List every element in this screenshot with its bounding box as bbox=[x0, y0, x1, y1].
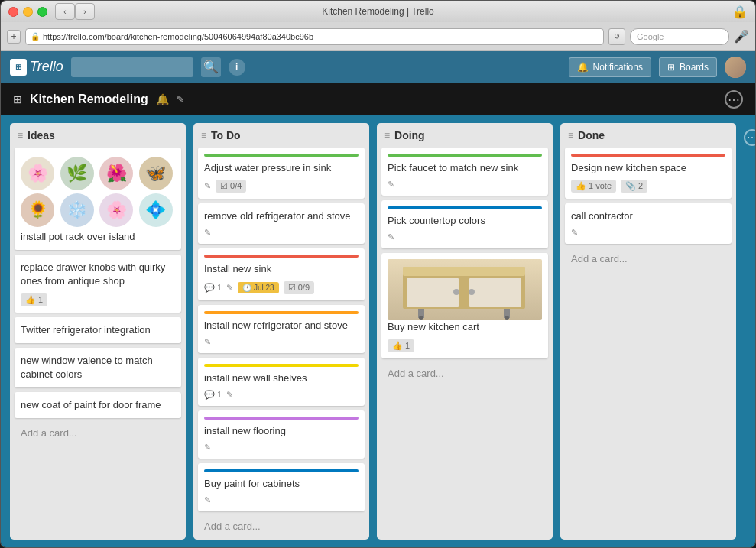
list-title-doing: Doing bbox=[394, 129, 545, 141]
add-card-doing[interactable]: Add a card... bbox=[381, 363, 548, 384]
card-install-pot-rack[interactable]: 🌸 🌿 🌺 🦋 🌻 ❄️ 🌸 💠 install pot rack over i… bbox=[15, 148, 181, 250]
list-body-todo: Adjust water pressure in sink ✎ ☑ 0/4 re… bbox=[193, 148, 369, 540]
edit-icon-pick-faucet[interactable]: ✎ bbox=[388, 180, 394, 190]
card-paint-cabinets[interactable]: Buy paint for cabinets ✎ bbox=[198, 463, 365, 511]
board-bell-icon[interactable]: 🔔 bbox=[156, 93, 169, 105]
trello-logo: ⊞ Trello bbox=[10, 59, 63, 76]
boards-button[interactable]: ⊞ Boards bbox=[659, 57, 717, 77]
card-label-water-pressure bbox=[204, 154, 359, 157]
board-icon: ⊞ bbox=[13, 93, 22, 105]
checklist-water-pressure: ☑ 0/4 bbox=[216, 180, 246, 193]
edit-icon-countertop[interactable]: ✎ bbox=[388, 232, 394, 242]
edit-icon-paint-cabinets[interactable]: ✎ bbox=[204, 495, 211, 505]
list-header-done: ≡ Done bbox=[560, 123, 736, 148]
url-bar[interactable]: 🔒 https://trello.com/board/kitchen-remod… bbox=[25, 28, 604, 45]
due-date-sink: 🕐 Jul 23 bbox=[238, 282, 278, 293]
add-card-ideas[interactable]: Add a card... bbox=[15, 423, 181, 443]
header-search-input[interactable] bbox=[71, 57, 193, 77]
add-card-done[interactable]: Add a card... bbox=[565, 248, 732, 269]
list-title-ideas: Ideas bbox=[28, 129, 178, 141]
list-done: ≡ Done Design new kitchen space 👍 1 vote… bbox=[560, 123, 736, 540]
user-avatar[interactable] bbox=[725, 57, 746, 78]
header-info-button[interactable]: i bbox=[229, 59, 245, 76]
card-install-sink[interactable]: Install new sink 💬 1 ✎ 🕐 Jul 23 ☑ 0/9 bbox=[198, 248, 365, 300]
card-wall-shelves[interactable]: install new wall shelves 💬 1 ✎ bbox=[198, 358, 365, 406]
list-body-done: Design new kitchen space 👍 1 vote 📎 2 ca… bbox=[560, 148, 736, 540]
maximize-button[interactable] bbox=[37, 7, 47, 17]
list-ideas: ≡ Ideas 🌸 🌿 🌺 🦋 🌻 ❄️ 🌸 💠 bbox=[10, 123, 186, 540]
card-meta-paint-cabinets: ✎ bbox=[204, 495, 359, 505]
svg-point-8 bbox=[419, 316, 423, 320]
card-countertop[interactable]: Pick countertop colors ✎ bbox=[381, 200, 548, 248]
edit-icon-shelves[interactable]: ✎ bbox=[226, 390, 233, 400]
lock-icon: 🔒 bbox=[732, 5, 748, 19]
scroll-indicator: ⋯ bbox=[744, 123, 755, 540]
list-header-ideas: ≡ Ideas bbox=[10, 123, 186, 148]
card-pick-faucet[interactable]: Pick faucet to match new sink ✎ bbox=[381, 148, 548, 196]
vote-badge-kitchen-cart: 👍 1 bbox=[388, 339, 414, 352]
card-design-kitchen[interactable]: Design new kitchen space 👍 1 vote 📎 2 bbox=[565, 148, 732, 199]
card-kitchen-cart[interactable]: Buy new kitchen cart 👍 1 bbox=[381, 253, 548, 358]
app-window: ‹ › Kitchen Remodeling | Trello 🔒 + 🔒 ht… bbox=[0, 0, 756, 548]
list-menu-icon-done: ≡ bbox=[568, 130, 573, 141]
board-edit-icon[interactable]: ✎ bbox=[177, 94, 184, 105]
card-window-valence[interactable]: new window valence to match cabinet colo… bbox=[15, 348, 181, 387]
card-label-install-fridge bbox=[204, 311, 359, 314]
list-header-doing: ≡ Doing bbox=[377, 123, 553, 148]
list-menu-icon-doing: ≡ bbox=[384, 130, 390, 141]
card-title-drawer-knobs: replace drawer knobs with quirky ones fr… bbox=[21, 261, 175, 288]
card-contractor[interactable]: call contractor ✎ bbox=[565, 203, 732, 244]
browser-search-bar[interactable]: Google bbox=[630, 28, 729, 45]
window-title: Kitchen Remodeling | Trello bbox=[322, 6, 434, 17]
edit-icon-sink[interactable]: ✎ bbox=[226, 283, 233, 293]
card-title-countertop: Pick countertop colors bbox=[388, 214, 542, 228]
card-meta-install-sink: 💬 1 ✎ 🕐 Jul 23 ☑ 0/9 bbox=[204, 281, 359, 294]
edit-icon-install-fridge[interactable]: ✎ bbox=[204, 337, 211, 347]
notifications-label: Notifications bbox=[593, 62, 643, 73]
edit-icon-water-pressure[interactable]: ✎ bbox=[204, 181, 211, 191]
card-paint-door[interactable]: new coat of paint for door frame bbox=[15, 392, 181, 418]
list-title-done: Done bbox=[578, 129, 728, 141]
board-menu-button[interactable]: ⋯ bbox=[725, 90, 743, 109]
microphone-icon: 🎤 bbox=[734, 29, 749, 44]
new-tab-button[interactable]: + bbox=[7, 30, 21, 44]
card-label-wall-shelves bbox=[204, 364, 359, 367]
card-title-pot-rack: install pot rack over island bbox=[21, 230, 175, 244]
card-meta-water-pressure: ✎ ☑ 0/4 bbox=[204, 180, 359, 193]
card-title-paint-door: new coat of paint for door frame bbox=[21, 398, 175, 412]
card-twitter-fridge[interactable]: Twitter refrigerator integration bbox=[15, 317, 181, 343]
list-menu-icon-todo: ≡ bbox=[201, 130, 206, 141]
forward-button[interactable]: › bbox=[75, 3, 95, 20]
card-meta-pick-faucet: ✎ bbox=[388, 180, 542, 190]
board-content: ≡ Ideas 🌸 🌿 🌺 🦋 🌻 ❄️ 🌸 💠 bbox=[1, 115, 755, 547]
edit-icon-contractor[interactable]: ✎ bbox=[571, 228, 578, 238]
card-title-kitchen-cart: Buy new kitchen cart bbox=[388, 320, 542, 334]
card-title-remove-fridge: remove old refrigerator and stove bbox=[204, 209, 359, 223]
card-title-install-fridge: install new refrigerator and stove bbox=[204, 319, 359, 332]
trello-icon: ⊞ bbox=[10, 59, 27, 76]
list-title-todo: To Do bbox=[211, 129, 362, 141]
list-body-ideas: 🌸 🌿 🌺 🦋 🌻 ❄️ 🌸 💠 install pot rack over i… bbox=[10, 148, 186, 540]
board-scroll-button[interactable]: ⋯ bbox=[744, 129, 755, 146]
card-label-install-sink bbox=[204, 255, 359, 258]
minimize-button[interactable] bbox=[23, 7, 33, 17]
back-button[interactable]: ‹ bbox=[55, 3, 75, 20]
avatar-image bbox=[725, 57, 746, 78]
card-flooring[interactable]: install new flooring ✎ bbox=[198, 410, 365, 459]
card-install-fridge[interactable]: install new refrigerator and stove ✎ bbox=[198, 305, 365, 353]
card-drawer-knobs[interactable]: replace drawer knobs with quirky ones fr… bbox=[15, 255, 181, 312]
svg-rect-3 bbox=[469, 278, 521, 307]
vote-badge-design-kitchen: 👍 1 vote bbox=[571, 180, 616, 193]
card-title-window-valence: new window valence to match cabinet colo… bbox=[21, 354, 175, 381]
card-title-twitter-fridge: Twitter refrigerator integration bbox=[21, 323, 175, 337]
card-remove-fridge[interactable]: remove old refrigerator and stove ✎ bbox=[198, 203, 365, 244]
add-card-todo[interactable]: Add a card... bbox=[198, 516, 365, 537]
refresh-button[interactable]: ↺ bbox=[608, 28, 625, 45]
list-todo: ≡ To Do Adjust water pressure in sink ✎ … bbox=[193, 123, 369, 540]
close-button[interactable] bbox=[8, 7, 18, 17]
notifications-button[interactable]: 🔔 Notifications bbox=[569, 57, 651, 77]
edit-icon-flooring[interactable]: ✎ bbox=[204, 443, 211, 452]
edit-icon-remove-fridge[interactable]: ✎ bbox=[204, 228, 211, 238]
card-water-pressure[interactable]: Adjust water pressure in sink ✎ ☑ 0/4 bbox=[198, 148, 365, 199]
header-search-button[interactable]: 🔍 bbox=[201, 57, 221, 77]
